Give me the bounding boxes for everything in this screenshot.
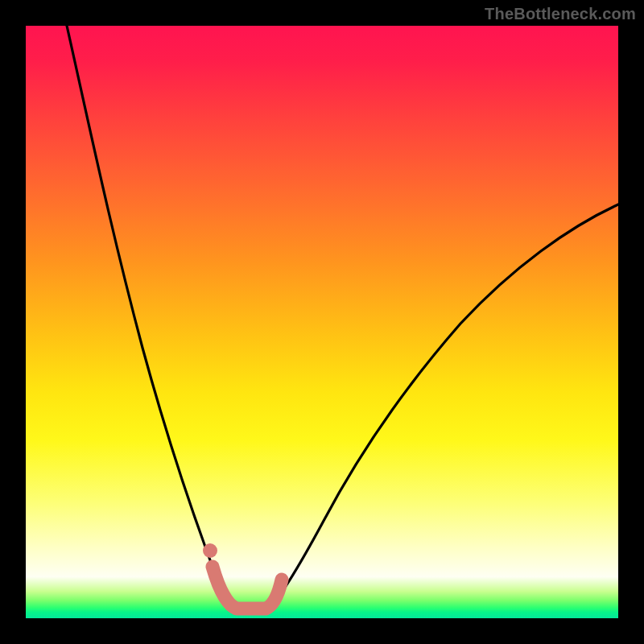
- valley-marker-path: [213, 567, 282, 609]
- curve-layer: [26, 26, 618, 618]
- bottleneck-curve-left: [67, 26, 235, 610]
- attribution-text: TheBottleneck.com: [485, 5, 636, 23]
- chart-container: TheBottleneck.com: [0, 0, 644, 644]
- plot-area: [26, 26, 618, 618]
- bottleneck-curve-right: [267, 204, 618, 610]
- valley-dot-icon: [203, 543, 217, 558]
